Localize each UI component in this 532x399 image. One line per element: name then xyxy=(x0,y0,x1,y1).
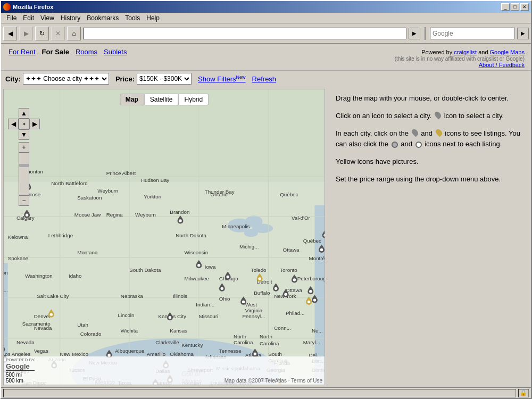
menu-help[interactable]: Help xyxy=(143,13,163,23)
disclaimer: (this site is in no way affiliated with … xyxy=(395,56,525,62)
tab-sublets[interactable]: Sublets xyxy=(101,47,130,57)
svg-text:Peterborough: Peterborough xyxy=(297,276,325,281)
svg-text:Saskatoon: Saskatoon xyxy=(77,195,102,201)
scale-km-label: 500 km xyxy=(6,378,35,384)
svg-point-161 xyxy=(26,213,28,216)
svg-text:Ohio: Ohio xyxy=(219,296,230,302)
title-bar: Mozilla Firefox _ □ ✕ xyxy=(1,1,531,13)
search-bar[interactable] xyxy=(430,28,515,39)
go-button[interactable]: ▶ xyxy=(409,28,420,39)
pan-left-button[interactable]: ◀ xyxy=(8,119,19,129)
menu-view[interactable]: View xyxy=(37,13,57,23)
svg-point-141 xyxy=(221,287,223,290)
svg-text:Utah: Utah xyxy=(77,322,88,328)
svg-text:Washington: Washington xyxy=(25,273,52,279)
map-display[interactable]: Edmonton North Battleford Prince Albert … xyxy=(4,89,325,385)
svg-text:Toronto: Toronto xyxy=(280,267,297,273)
content-area: Map Satellite Hybrid ▲ ◀ ✦ ▶ ▼ xyxy=(1,87,531,387)
scale-label: 500 mi xyxy=(6,370,35,378)
svg-text:North Battleford: North Battleford xyxy=(51,180,88,186)
menu-edit[interactable]: Edit xyxy=(20,13,37,23)
svg-text:North: North xyxy=(234,334,246,339)
map-scale: POWERED BY Google 500 mi 500 km xyxy=(6,358,35,384)
forward-button[interactable]: ▶ xyxy=(19,27,33,40)
zoom-out-button[interactable]: − xyxy=(19,195,29,206)
satellite-view-button[interactable]: Satellite xyxy=(144,94,179,105)
stop-button[interactable]: ✕ xyxy=(51,27,65,40)
svg-point-147 xyxy=(293,278,296,281)
tab-for-sale[interactable]: For Sale xyxy=(39,47,72,57)
back-button[interactable]: ◀ xyxy=(3,27,17,40)
hybrid-view-button[interactable]: Hybrid xyxy=(179,94,209,105)
svg-text:Kelowna: Kelowna xyxy=(8,234,28,240)
tab-for-rent[interactable]: For Rent xyxy=(5,47,39,57)
svg-text:Regina: Regina xyxy=(106,212,123,218)
circle-icon-2 xyxy=(415,142,422,148)
city-select[interactable]: ✦✦✦ Choose a city ✦✦✦ xyxy=(23,73,109,85)
instruction-yellow: Yellow icons have pictures. xyxy=(336,156,522,168)
menu-tools[interactable]: Tools xyxy=(122,13,143,23)
svg-text:Montana: Montana xyxy=(77,250,98,255)
svg-point-144 xyxy=(258,277,261,280)
svg-text:Los Angeles: Los Angeles xyxy=(4,351,30,357)
svg-text:Sacramento: Sacramento xyxy=(22,321,51,327)
maximize-button[interactable]: □ xyxy=(511,3,519,11)
close-button[interactable]: ✕ xyxy=(520,3,529,11)
svg-text:South: South xyxy=(268,351,282,357)
svg-text:Wash...: Wash... xyxy=(4,287,8,293)
svg-text:South Dakota: South Dakota xyxy=(129,267,161,273)
svg-point-5 xyxy=(244,229,258,237)
pin-icon-1 xyxy=(434,111,443,120)
google-maps-link[interactable]: Google Maps xyxy=(490,49,525,55)
svg-text:Toledo: Toledo xyxy=(251,267,267,273)
menu-history[interactable]: History xyxy=(57,13,84,23)
about-link[interactable]: About / Feedback xyxy=(479,62,525,68)
window-controls: _ □ ✕ xyxy=(501,3,529,11)
instruction-price: Set the price range using the drop-down … xyxy=(336,174,522,185)
svg-text:Moose Jaw: Moose Jaw xyxy=(74,212,101,218)
pan-right-button[interactable]: ▶ xyxy=(29,119,40,129)
svg-text:Québec: Québec xyxy=(303,238,321,244)
minimize-button[interactable]: _ xyxy=(501,3,510,11)
craigslist-link[interactable]: craigslist xyxy=(454,49,477,55)
refresh-link[interactable]: Refresh xyxy=(252,75,277,83)
zoom-in-button[interactable]: + xyxy=(19,142,29,153)
svg-text:Kansas: Kansas xyxy=(170,328,187,334)
svg-text:Québec: Québec xyxy=(280,192,298,197)
svg-text:Nebraska: Nebraska xyxy=(121,293,143,299)
home-button[interactable]: ⌂ xyxy=(67,27,81,40)
svg-point-148 xyxy=(309,290,312,293)
show-filters-link[interactable]: Show FiltersNew xyxy=(198,74,246,83)
city-label: City: xyxy=(5,75,21,83)
svg-text:Iowa: Iowa xyxy=(205,264,216,270)
price-select[interactable]: $150K - $300K $100K - $200K $200K - $400… xyxy=(137,73,192,85)
map-container[interactable]: Map Satellite Hybrid ▲ ◀ ✦ ▶ ▼ xyxy=(3,89,325,385)
address-bar[interactable] xyxy=(83,28,406,39)
svg-text:Ne...: Ne... xyxy=(312,328,323,334)
map-view-controls: Map Satellite Hybrid xyxy=(120,94,209,105)
svg-text:Maryl...: Maryl... xyxy=(303,339,320,345)
svg-text:New Mexico: New Mexico xyxy=(60,351,89,357)
search-go-button[interactable]: ▶ xyxy=(517,28,529,39)
svg-point-146 xyxy=(284,293,287,296)
svg-text:Virginia: Virginia xyxy=(245,307,263,313)
svg-point-143 xyxy=(226,276,229,278)
svg-text:Indian...: Indian... xyxy=(196,302,214,307)
pan-center-button[interactable]: ✦ xyxy=(19,119,29,129)
svg-point-142 xyxy=(197,264,200,267)
svg-text:Prince Albert: Prince Albert xyxy=(106,170,136,176)
instruction-drag: Drag the map with your mouse, or double-… xyxy=(336,93,522,104)
status-text xyxy=(3,389,516,397)
tab-rooms[interactable]: Rooms xyxy=(72,47,101,57)
map-attribution: Map data ©2007 TeleAtlas · Terms of Use xyxy=(225,378,322,384)
pan-up-button[interactable]: ▲ xyxy=(19,108,29,119)
reload-button[interactable]: ↻ xyxy=(35,27,49,40)
map-view-button[interactable]: Map xyxy=(120,94,144,105)
menu-bookmarks[interactable]: Bookmarks xyxy=(84,13,122,23)
window-title: Mozilla Firefox xyxy=(13,4,53,10)
svg-text:Minneapolis: Minneapolis xyxy=(222,223,250,229)
pan-down-button[interactable]: ▼ xyxy=(19,129,29,140)
menu-file[interactable]: File xyxy=(3,13,20,23)
zoom-slider[interactable] xyxy=(19,153,29,195)
powered-by-text: POWERED BY xyxy=(6,358,35,362)
